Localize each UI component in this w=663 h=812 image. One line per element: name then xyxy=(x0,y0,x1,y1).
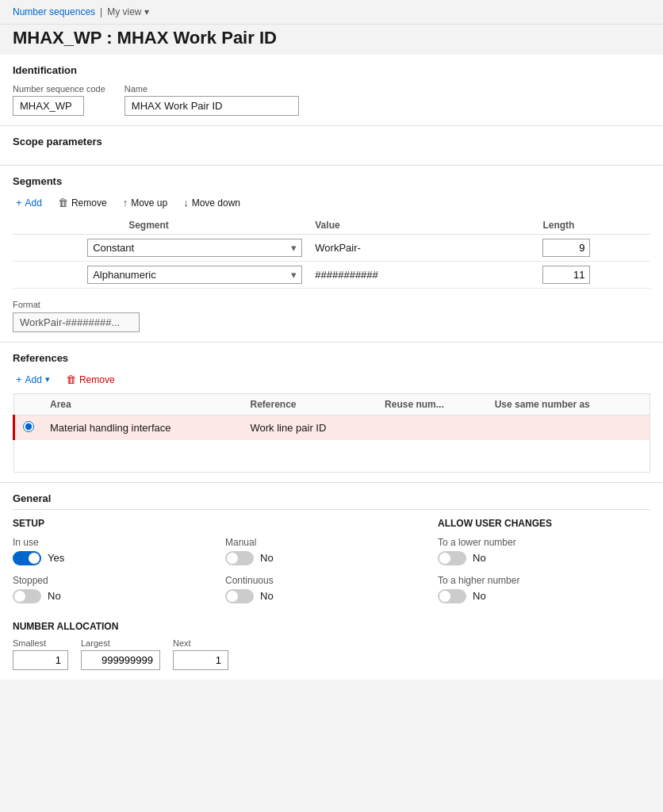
remove-icon: 🗑 xyxy=(66,373,76,385)
stopped-toggle[interactable] xyxy=(13,589,41,603)
segment-cell-1: Constant ▾ xyxy=(81,235,309,262)
setup-col: SETUP In use Yes Stopped xyxy=(13,518,225,613)
page-title: MHAX_WP : MHAX Work Pair ID xyxy=(0,25,663,55)
largest-group: Largest xyxy=(81,638,160,670)
name-input[interactable] xyxy=(125,96,299,116)
table-row: Alphanumeric ▾ ########### xyxy=(13,262,650,289)
scope-parameters-title: Scope parameters xyxy=(13,136,650,147)
segment-display-value-2: ########### xyxy=(315,269,378,281)
general-section: General SETUP In use Yes Stopped xyxy=(0,483,663,680)
table-row: Material handling interface Work line pa… xyxy=(14,416,650,441)
th-reference: Reference xyxy=(243,394,377,416)
segment-value-1: Constant xyxy=(93,242,134,254)
manual-control: No xyxy=(225,551,438,565)
references-remove-button[interactable]: 🗑 Remove xyxy=(63,372,118,387)
code-label: Number sequence code xyxy=(13,84,105,94)
segment-display-value-1: WorkPair- xyxy=(315,242,361,254)
to-lower-value: No xyxy=(473,552,486,564)
th-area: Area xyxy=(42,394,243,416)
format-label: Format xyxy=(13,300,650,309)
next-label: Next xyxy=(173,638,228,648)
code-field-group: Number sequence code xyxy=(13,84,105,116)
continuous-value: No xyxy=(260,590,274,602)
name-label: Name xyxy=(125,84,299,94)
breadcrumb-link[interactable]: Number sequences xyxy=(13,6,95,17)
alloc-row: Smallest Largest Next xyxy=(13,638,650,670)
ref-reuse-1 xyxy=(377,416,487,441)
largest-label: Largest xyxy=(81,638,160,648)
segments-move-up-button[interactable]: ↑ Move up xyxy=(120,195,171,210)
references-add-button[interactable]: + Add ▾ xyxy=(13,372,53,387)
segment-value-2: Alphanumeric xyxy=(93,269,156,281)
chevron-down-icon: ▾ xyxy=(291,242,297,254)
format-group: Format xyxy=(13,300,650,332)
smallest-group: Smallest xyxy=(13,638,68,670)
references-title: References xyxy=(13,352,650,364)
row-radio-1[interactable] xyxy=(23,421,34,432)
main-content: Identification Number sequence code Name… xyxy=(0,55,663,680)
to-lower-control: No xyxy=(438,551,650,565)
continuous-row: Continuous No xyxy=(225,575,438,603)
segments-table: Segment Value Length Constant ▾ WorkPa xyxy=(13,216,650,289)
segments-move-down-button[interactable]: ↓ Move down xyxy=(180,195,243,210)
alloc-title: NUMBER ALLOCATION xyxy=(13,621,650,632)
chevron-down-icon: ▾ xyxy=(144,6,149,17)
to-higher-label: To a higher number xyxy=(438,575,650,586)
ref-reference-1: Work line pair ID xyxy=(243,416,377,441)
to-lower-label: To a lower number xyxy=(438,537,650,548)
in-use-value: Yes xyxy=(48,552,64,564)
smallest-label: Smallest xyxy=(13,638,68,648)
next-input[interactable] xyxy=(173,650,228,670)
length-cell-1 xyxy=(536,235,650,262)
manual-toggle[interactable] xyxy=(225,551,254,565)
to-higher-toggle[interactable] xyxy=(438,589,466,603)
to-higher-control: No xyxy=(438,589,650,603)
in-use-label: In use xyxy=(13,537,225,548)
allow-changes-title: ALLOW USER CHANGES xyxy=(438,518,650,529)
in-use-toggle[interactable] xyxy=(13,551,41,565)
identification-fields: Number sequence code Name xyxy=(13,84,650,116)
in-use-control: Yes xyxy=(13,551,225,565)
largest-input[interactable] xyxy=(81,650,160,670)
to-lower-toggle[interactable] xyxy=(438,551,466,565)
remove-label: Remove xyxy=(71,197,107,209)
add-icon: + xyxy=(16,373,22,385)
identification-section: Identification Number sequence code Name xyxy=(0,55,663,126)
references-section: References + Add ▾ 🗑 Remove Area Referen… xyxy=(0,343,663,483)
allow-changes-col: ALLOW USER CHANGES To a lower number No … xyxy=(438,518,650,613)
continuous-label: Continuous xyxy=(225,575,438,586)
to-higher-value: No xyxy=(473,590,486,602)
arrow-down-icon: ↓ xyxy=(183,197,189,209)
add-label: Add xyxy=(25,374,42,385)
th-value: Value xyxy=(309,216,536,235)
arrow-up-icon: ↑ xyxy=(123,197,128,209)
value-cell-1: WorkPair- xyxy=(309,235,536,262)
general-grid: SETUP In use Yes Stopped xyxy=(13,518,650,613)
smallest-input[interactable] xyxy=(13,650,68,670)
segments-add-button[interactable]: + Add xyxy=(13,195,45,210)
number-allocation: NUMBER ALLOCATION Smallest Largest Next xyxy=(13,621,650,670)
code-input[interactable] xyxy=(13,96,84,116)
ref-area-1: Material handling interface xyxy=(42,416,243,441)
stopped-control: No xyxy=(13,589,225,603)
table-row-empty xyxy=(14,440,650,472)
chevron-down-icon: ▾ xyxy=(291,269,297,281)
continuous-toggle[interactable] xyxy=(225,589,254,603)
segments-remove-button[interactable]: 🗑 Remove xyxy=(55,195,110,210)
segment-select-1[interactable]: Constant ▾ xyxy=(87,239,302,257)
add-icon: + xyxy=(16,197,22,209)
stopped-row: Stopped No xyxy=(13,575,225,603)
manual-row: Manual No xyxy=(225,537,438,565)
my-view-link[interactable]: My view ▾ xyxy=(107,6,149,17)
ref-use-same-1 xyxy=(487,416,650,441)
length-input-1[interactable] xyxy=(542,239,590,257)
general-title: General xyxy=(13,492,650,510)
segments-section: Segments + Add 🗑 Remove ↑ Move up ↓ Move… xyxy=(0,166,663,343)
continuous-control: No xyxy=(225,589,438,603)
segment-cell-2: Alphanumeric ▾ xyxy=(81,262,309,289)
format-input[interactable] xyxy=(13,312,140,332)
setup-title: SETUP xyxy=(13,518,225,529)
length-input-2[interactable] xyxy=(542,266,590,284)
stopped-value: No xyxy=(48,590,61,602)
segment-select-2[interactable]: Alphanumeric ▾ xyxy=(87,266,302,284)
